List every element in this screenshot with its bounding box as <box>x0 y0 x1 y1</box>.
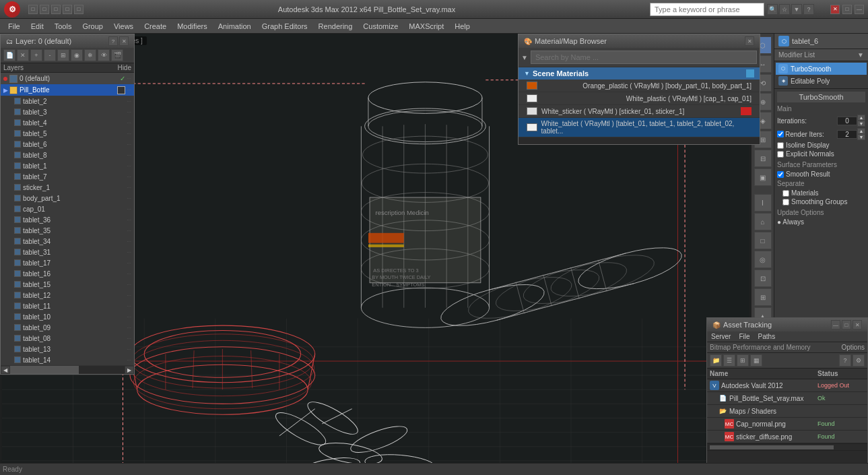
rt-btn-7[interactable]: ⊟ <box>754 150 772 167</box>
at-row-vault[interactable]: V Autodesk Vault 2012 Logged Out <box>707 379 867 392</box>
layers-scroll-right[interactable]: ▶ <box>125 366 134 374</box>
menu-rendering[interactable]: Rendering <box>313 19 358 34</box>
layer-item-tablet-15[interactable]: tablet_15 ··· <box>1 279 134 290</box>
at-path-input[interactable] <box>707 451 867 463</box>
layer-item-tablet-34[interactable]: tablet_34 ··· <box>1 236 134 247</box>
mat-browser-close[interactable]: ✕ <box>745 36 754 46</box>
at-horizontal-scrollbar[interactable] <box>707 443 867 450</box>
bookmark-icon[interactable]: ☆ <box>779 4 790 15</box>
search-icon[interactable]: 🔍 <box>767 4 778 15</box>
render-iters-down[interactable]: ▼ <box>857 134 865 140</box>
layers-close[interactable]: ✕ <box>119 36 129 46</box>
menu-modifiers[interactable]: Modifiers <box>172 19 213 34</box>
at-scroll-thumb[interactable] <box>710 445 834 449</box>
menu-animation[interactable]: Animation <box>213 19 257 34</box>
iterations-up[interactable]: ▲ <box>857 115 865 121</box>
asset-tracking-titlebar[interactable]: 📦 Asset Tracking — □ ✕ <box>707 318 867 331</box>
materials-checkbox[interactable] <box>782 190 789 197</box>
scene-materials-header[interactable]: ▼ Scene Materials <box>519 67 760 80</box>
layer-item-tablet-5[interactable]: tablet_5 ··· <box>1 128 134 139</box>
min-button2[interactable]: — <box>855 5 864 14</box>
at-menu-server[interactable]: Server <box>707 331 735 342</box>
rt-btn-11[interactable]: □ <box>754 232 772 249</box>
menu-help[interactable]: Help <box>449 19 475 34</box>
rt-btn-12[interactable]: ◎ <box>754 251 772 268</box>
menu-edit[interactable]: Edit <box>26 19 49 34</box>
menu-create[interactable]: Create <box>139 19 172 34</box>
layer-item-tablet-2[interactable]: tablet_2 ··· <box>1 96 134 106</box>
isoline-checkbox[interactable] <box>777 142 784 149</box>
layers-select[interactable]: ⊞ <box>57 49 69 61</box>
layer-item-tablet-1[interactable]: tablet_1 ··· <box>1 160 134 171</box>
rt-btn-9[interactable]: I <box>754 194 772 212</box>
layers-remove[interactable]: - <box>44 49 56 61</box>
render-iters-checkbox[interactable] <box>777 131 784 137</box>
rt-btn-14[interactable]: ⊞ <box>754 288 772 306</box>
wc5[interactable]: □ <box>74 5 84 14</box>
at-options-label[interactable]: Options <box>842 344 865 351</box>
rt-btn-13[interactable]: ⊡ <box>754 270 772 287</box>
at-menu-file[interactable]: File <box>735 331 754 342</box>
at-btn-1[interactable]: 📁 <box>710 354 722 367</box>
modifier-list-dropdown[interactable]: ▼ <box>857 51 864 59</box>
layers-freeze[interactable]: ❄ <box>84 49 96 61</box>
at-minimize[interactable]: — <box>831 320 840 329</box>
smoothing-groups-checkbox[interactable] <box>782 199 789 205</box>
layer-item-tablet-35[interactable]: tablet_35 ··· <box>1 225 134 236</box>
rt-btn-10[interactable]: ⌂ <box>754 213 772 230</box>
render-iters-input[interactable] <box>837 130 857 139</box>
layer-item-tablet-8[interactable]: tablet_8 ··· <box>1 150 134 160</box>
layer-item-tablet-3[interactable]: tablet_3 ··· <box>1 106 134 117</box>
mat-item-orange-plastic[interactable]: Orange_plastic ( VRayMtl ) [body_part_01… <box>519 80 760 92</box>
search-input[interactable] <box>650 3 764 16</box>
layers-delete[interactable]: ✕ <box>17 49 29 61</box>
layers-render[interactable]: 🎬 <box>111 49 123 61</box>
maximize-button[interactable]: □ <box>842 5 852 14</box>
layer-item-tablet-11[interactable]: tablet_11 ··· <box>1 300 134 311</box>
layers-highlight[interactable]: ◉ <box>71 49 83 61</box>
layer-item-tablet-13[interactable]: tablet_13 ··· <box>1 344 134 354</box>
at-btn-3[interactable]: ⊞ <box>737 354 749 367</box>
layer-item-tablet-17[interactable]: tablet_17 ··· <box>1 257 134 268</box>
menu-graph-editors[interactable]: Graph Editors <box>257 19 313 34</box>
menu-customize[interactable]: Customize <box>358 19 403 34</box>
at-btn-settings[interactable]: ⚙ <box>853 354 865 367</box>
render-iters-up[interactable]: ▲ <box>857 128 865 134</box>
layer-item-tablet-4[interactable]: tablet_4 ··· <box>1 117 134 128</box>
at-btn-4[interactable]: ▦ <box>750 354 762 367</box>
layer-item-sticker-1[interactable]: sticker_1 ··· <box>1 182 134 193</box>
mat-search-input[interactable] <box>531 51 757 64</box>
layer-item-tablet-36[interactable]: tablet_36 ··· <box>1 214 134 225</box>
at-btn-help[interactable]: ? <box>839 354 851 367</box>
close-button[interactable]: ✕ <box>830 5 840 14</box>
modifier-turbosmooth[interactable]: ⬡ TurboSmooth <box>776 63 867 75</box>
rt-btn-8[interactable]: ▣ <box>754 168 772 186</box>
wc4[interactable]: □ <box>63 5 72 14</box>
layers-scroll-left[interactable]: ◀ <box>1 366 10 374</box>
mat-item-white-sticker[interactable]: White_sticker ( VRayMtl ) [sticker_01, s… <box>519 105 760 118</box>
at-menu-paths[interactable]: Paths <box>754 331 780 342</box>
modifier-editable-poly[interactable]: ◈ Editable Poly <box>776 75 867 87</box>
layer-item-tablet-31[interactable]: tablet_31 ··· <box>1 247 134 257</box>
layer-item-tablet-6[interactable]: tablet_6 ··· <box>1 139 134 150</box>
layer-item-body-part-1[interactable]: body_part_1 ··· <box>1 193 134 203</box>
menu-group[interactable]: Group <box>77 19 108 34</box>
mat-browser-scrollbar[interactable] <box>519 137 760 144</box>
layer-item-tablet-08[interactable]: tablet_08 ··· <box>1 333 134 344</box>
menu-file[interactable]: File <box>3 19 26 34</box>
at-row-maps-shaders[interactable]: 📂 Maps / Shaders <box>707 405 867 418</box>
layers-new[interactable]: 📄 <box>3 49 15 61</box>
layer-item-tablet-16[interactable]: tablet_16 ··· <box>1 268 134 279</box>
minimize-button[interactable]: □ <box>28 5 38 14</box>
at-close[interactable]: ✕ <box>853 320 862 329</box>
layers-scroll-track[interactable] <box>10 366 125 374</box>
at-row-pill-bottle-max[interactable]: 📄 Pill_Bottle_Set_vray.max Ok <box>707 392 867 405</box>
restore-button[interactable]: □ <box>40 5 49 14</box>
mat-browser-titlebar[interactable]: 🎨 Material/Map Browser ✕ <box>519 34 760 48</box>
at-maximize[interactable]: □ <box>842 320 851 329</box>
menu-tools[interactable]: Tools <box>49 19 77 34</box>
at-row-sticker-diffuse[interactable]: MC sticker_diffuse.png Found <box>707 431 867 443</box>
explicit-normals-checkbox[interactable] <box>777 151 784 158</box>
layer-item-tablet-14[interactable]: tablet_14 ··· <box>1 354 134 365</box>
layers-add[interactable]: + <box>30 49 42 61</box>
